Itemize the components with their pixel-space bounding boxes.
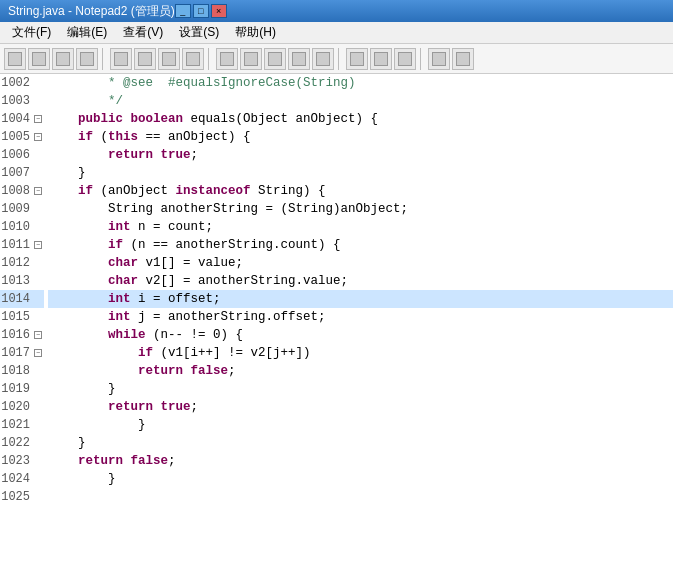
- minimize-button[interactable]: _: [175, 4, 191, 18]
- toolbar-button-0[interactable]: [4, 48, 26, 70]
- code-token: [48, 256, 108, 270]
- fold-indicator[interactable]: −: [34, 115, 44, 123]
- code-token: [48, 274, 108, 288]
- fold-indicator[interactable]: −: [34, 331, 44, 339]
- code-token: }: [48, 472, 116, 486]
- toolbar-button-8[interactable]: [216, 48, 238, 70]
- code-token: return: [78, 454, 123, 468]
- code-token: String) {: [251, 184, 326, 198]
- code-token: [153, 148, 161, 162]
- line-number-cell: 1006: [0, 146, 44, 164]
- code-line: int i = offset;: [48, 290, 673, 308]
- code-token: ;: [228, 364, 236, 378]
- line-number-cell: 1017−: [0, 344, 44, 362]
- code-token: this: [108, 130, 138, 144]
- code-token: [153, 400, 161, 414]
- code-token: int: [108, 220, 131, 234]
- menu-item-帮助(H)[interactable]: 帮助(H): [227, 22, 284, 43]
- fold-indicator[interactable]: −: [34, 349, 44, 357]
- code-token: instanceof: [176, 184, 251, 198]
- code-line: char v2[] = anotherString.value;: [48, 272, 673, 290]
- code-token: true: [161, 148, 191, 162]
- code-token: i = offset;: [131, 292, 221, 306]
- code-token: int: [108, 310, 131, 324]
- toolbar-button-4[interactable]: [110, 48, 132, 70]
- code-token: [48, 220, 108, 234]
- code-token: while: [108, 328, 146, 342]
- line-number: 1005: [0, 130, 34, 144]
- code-token: }: [48, 382, 116, 396]
- menu-item-查看(V)[interactable]: 查看(V): [115, 22, 171, 43]
- line-number: 1019: [0, 382, 34, 396]
- code-token: [48, 130, 78, 144]
- code-token: v2[] = anotherString.value;: [138, 274, 348, 288]
- line-number: 1015: [0, 310, 34, 324]
- code-token: [48, 112, 78, 126]
- code-token: v1[] = value;: [138, 256, 243, 270]
- toolbar-separator: [102, 48, 106, 70]
- title-bar: String.java - Notepad2 (管理员) _ □ ×: [0, 0, 673, 22]
- code-token: (n-- != 0) {: [146, 328, 244, 342]
- code-token: [183, 364, 191, 378]
- line-number: 1004: [0, 112, 34, 126]
- menu-item-编辑(E)[interactable]: 编辑(E): [59, 22, 115, 43]
- menu-item-设置(S)[interactable]: 设置(S): [171, 22, 227, 43]
- code-token: (: [93, 130, 108, 144]
- toolbar-button-5[interactable]: [134, 48, 156, 70]
- code-token: }: [48, 166, 86, 180]
- code-line: if (this == anObject) {: [48, 128, 673, 146]
- toolbar-button-3[interactable]: [76, 48, 98, 70]
- code-line: [48, 488, 673, 506]
- toolbar-button-10[interactable]: [264, 48, 286, 70]
- code-token: [48, 184, 78, 198]
- toolbar-button-12[interactable]: [312, 48, 334, 70]
- code-line: return true;: [48, 398, 673, 416]
- line-number-cell: 1012: [0, 254, 44, 272]
- code-token: [48, 238, 108, 252]
- code-token: false: [191, 364, 229, 378]
- toolbar-button-15[interactable]: [394, 48, 416, 70]
- fold-indicator[interactable]: −: [34, 133, 44, 141]
- code-token: (n == anotherString.count) {: [123, 238, 341, 252]
- toolbar-button-13[interactable]: [346, 48, 368, 70]
- code-token: [183, 112, 191, 126]
- menu-item-文件(F)[interactable]: 文件(F): [4, 22, 59, 43]
- line-number-cell: 1024: [0, 470, 44, 488]
- code-token: [48, 454, 78, 468]
- toolbar-button-6[interactable]: [158, 48, 180, 70]
- toolbar-button-1[interactable]: [28, 48, 50, 70]
- code-token: if: [78, 130, 93, 144]
- line-number-cell: 1025: [0, 488, 44, 506]
- code-token: char: [108, 274, 138, 288]
- fold-indicator[interactable]: −: [34, 187, 44, 195]
- code-token: [48, 328, 108, 342]
- code-line: int n = count;: [48, 218, 673, 236]
- line-number-cell: 1018: [0, 362, 44, 380]
- line-number: 1025: [0, 490, 34, 504]
- toolbar-separator: [338, 48, 342, 70]
- toolbar-button-14[interactable]: [370, 48, 392, 70]
- toolbar-button-17[interactable]: [452, 48, 474, 70]
- toolbar-button-2[interactable]: [52, 48, 74, 70]
- line-number-cell: 1015: [0, 308, 44, 326]
- code-line: * @see #equalsIgnoreCase(String): [48, 74, 673, 92]
- code-token: [48, 310, 108, 324]
- line-number: 1024: [0, 472, 34, 486]
- toolbar-button-7[interactable]: [182, 48, 204, 70]
- line-number-cell: 1011−: [0, 236, 44, 254]
- toolbar-button-9[interactable]: [240, 48, 262, 70]
- toolbar-button-11[interactable]: [288, 48, 310, 70]
- code-token: */: [48, 94, 123, 108]
- fold-indicator[interactable]: −: [34, 241, 44, 249]
- code-line: if (n == anotherString.count) {: [48, 236, 673, 254]
- line-number-cell: 1010: [0, 218, 44, 236]
- code-area: 100210031004−1005−100610071008−100910101…: [0, 74, 673, 568]
- code-token: public: [78, 112, 123, 126]
- toolbar-button-16[interactable]: [428, 48, 450, 70]
- code-line: while (n-- != 0) {: [48, 326, 673, 344]
- close-button[interactable]: ×: [211, 4, 227, 18]
- line-number-cell: 1008−: [0, 182, 44, 200]
- code-token: boolean: [131, 112, 184, 126]
- maximize-button[interactable]: □: [193, 4, 209, 18]
- line-number-cell: 1009: [0, 200, 44, 218]
